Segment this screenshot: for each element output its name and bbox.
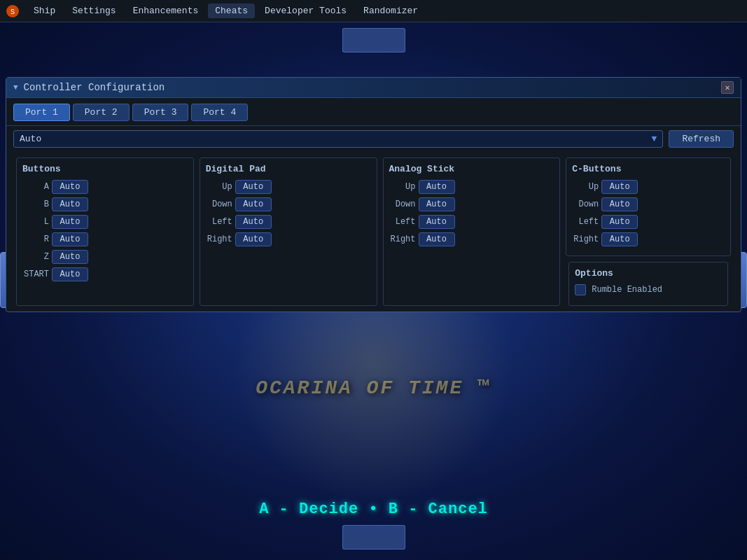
bind-row-r: R Auto <box>22 232 188 246</box>
menubar: S Ship Settings Enhancements Cheats Deve… <box>0 0 747 22</box>
bottom-hud: A - Decide • B - Cancel <box>259 500 488 518</box>
dpad-row-left: Left Auto <box>206 215 371 229</box>
binding-columns: Buttons A Auto B Auto L Auto R Auto Z Au… <box>6 152 741 312</box>
rumble-label: Rumble Enabled <box>592 285 662 295</box>
cbtn-row-right: Right Auto <box>572 232 725 246</box>
cbtn-label-right: Right <box>572 234 599 244</box>
dpad-label-up: Up <box>206 182 232 192</box>
port-tabs-row: Port 1 Port 2 Port 3 Port 4 <box>6 98 741 126</box>
analog-row-down: Down Auto <box>389 197 554 211</box>
bind-btn-b[interactable]: Auto <box>52 197 88 211</box>
bind-label-r: R <box>22 234 49 244</box>
svg-text:S: S <box>11 8 15 16</box>
cbtn-label-up: Up <box>572 182 599 192</box>
analog-btn-left[interactable]: Auto <box>419 215 455 229</box>
top-ui-bar <box>342 28 405 52</box>
device-dropdown[interactable]: Auto ▼ <box>13 130 663 148</box>
bind-row-z: Z Auto <box>22 250 188 264</box>
title-triangle-icon: ▼ <box>13 83 18 92</box>
menu-cheats[interactable]: Cheats <box>208 4 255 18</box>
window-title-text: Controller Configuration <box>24 82 165 93</box>
analog-row-left: Left Auto <box>389 215 554 229</box>
analog-row-up: Up Auto <box>389 180 554 194</box>
device-selector-row: Auto ▼ Refresh <box>6 126 741 152</box>
buttons-section: Buttons A Auto B Auto L Auto R Auto Z Au… <box>16 158 194 306</box>
analog-btn-down[interactable]: Auto <box>419 197 455 211</box>
window-close-button[interactable]: ✕ <box>721 81 734 94</box>
dpad-label-right: Right <box>206 234 232 244</box>
cbtn-row-up: Up Auto <box>572 180 725 194</box>
cbtn-btn-up[interactable]: Auto <box>601 180 638 194</box>
cbtn-btn-right[interactable]: Auto <box>601 232 638 246</box>
cbtn-btn-left[interactable]: Auto <box>601 215 638 229</box>
dpad-btn-right[interactable]: Auto <box>235 232 272 246</box>
bind-btn-z[interactable]: Auto <box>52 250 88 264</box>
cbtn-row-down: Down Auto <box>572 197 725 211</box>
controller-config-window: ▼ Controller Configuration ✕ Port 1 Port… <box>6 77 741 312</box>
analog-label-up: Up <box>389 182 416 192</box>
bind-btn-r[interactable]: Auto <box>52 232 88 246</box>
buttons-header: Buttons <box>22 164 188 174</box>
game-bg-title: OCARINA OF TIME ™ <box>256 377 491 399</box>
bind-row-a: A Auto <box>22 180 188 194</box>
analog-btn-right[interactable]: Auto <box>419 232 455 246</box>
bind-btn-start[interactable]: Auto <box>52 267 88 281</box>
cbtn-row-left: Left Auto <box>572 215 725 229</box>
port-tab-4[interactable]: Port 4 <box>191 104 248 121</box>
cbtn-label-left: Left <box>572 217 599 227</box>
menu-enhancements[interactable]: Enhancements <box>126 4 206 18</box>
app-logo: S <box>6 4 20 18</box>
bind-label-a: A <box>22 182 49 192</box>
dpad-btn-down[interactable]: Auto <box>235 197 272 211</box>
analog-stick-header: Analog Stick <box>389 164 554 174</box>
dpad-btn-up[interactable]: Auto <box>235 180 272 194</box>
dpad-btn-left[interactable]: Auto <box>235 215 272 229</box>
bind-label-l: L <box>22 217 49 227</box>
menu-randomizer[interactable]: Randomizer <box>356 4 425 18</box>
bind-label-b: B <box>22 200 49 209</box>
dropdown-arrow-icon: ▼ <box>652 134 657 144</box>
bind-label-z: Z <box>22 252 49 262</box>
bind-btn-a[interactable]: Auto <box>52 180 88 194</box>
dpad-row-up: Up Auto <box>206 180 371 194</box>
window-title-area: ▼ Controller Configuration <box>13 82 165 93</box>
cbtn-label-down: Down <box>572 200 599 209</box>
bind-btn-l[interactable]: Auto <box>52 215 88 229</box>
digital-pad-section: Digital Pad Up Auto Down Auto Left Auto … <box>200 158 377 306</box>
port-tab-1[interactable]: Port 1 <box>13 104 70 121</box>
menu-developer-tools[interactable]: Developer Tools <box>258 4 354 18</box>
options-section: Options Rumble Enabled <box>568 262 728 306</box>
analog-row-right: Right Auto <box>389 232 554 246</box>
dpad-row-right: Right Auto <box>206 232 371 246</box>
bind-row-start: START Auto <box>22 267 188 281</box>
analog-label-down: Down <box>389 200 416 209</box>
device-value: Auto <box>20 134 41 144</box>
analog-label-left: Left <box>389 217 416 227</box>
bind-row-l: L Auto <box>22 215 188 229</box>
window-titlebar: ▼ Controller Configuration ✕ <box>6 78 741 98</box>
cbtn-btn-down[interactable]: Auto <box>601 197 638 211</box>
analog-stick-section: Analog Stick Up Auto Down Auto Left Auto… <box>383 158 561 306</box>
c-buttons-header: C-Buttons <box>572 164 725 174</box>
digital-pad-header: Digital Pad <box>206 164 371 174</box>
c-buttons-section: C-Buttons Up Auto Down Auto Left Auto Ri… <box>566 158 731 256</box>
analog-label-right: Right <box>389 234 416 244</box>
option-row-rumble: Rumble Enabled <box>575 284 722 295</box>
port-tab-3[interactable]: Port 3 <box>132 104 189 121</box>
analog-btn-up[interactable]: Auto <box>419 180 455 194</box>
rumble-checkbox[interactable] <box>575 284 586 295</box>
refresh-button[interactable]: Refresh <box>669 130 734 148</box>
dpad-label-left: Left <box>206 217 232 227</box>
menu-settings[interactable]: Settings <box>65 4 123 18</box>
options-header: Options <box>575 268 722 279</box>
port-tab-2[interactable]: Port 2 <box>73 104 130 121</box>
bottom-ui-bar <box>342 525 405 550</box>
bind-row-b: B Auto <box>22 197 188 211</box>
bind-label-start: START <box>22 270 49 279</box>
dpad-row-down: Down Auto <box>206 197 371 211</box>
dpad-label-down: Down <box>206 200 232 209</box>
menu-ship[interactable]: Ship <box>27 4 62 18</box>
